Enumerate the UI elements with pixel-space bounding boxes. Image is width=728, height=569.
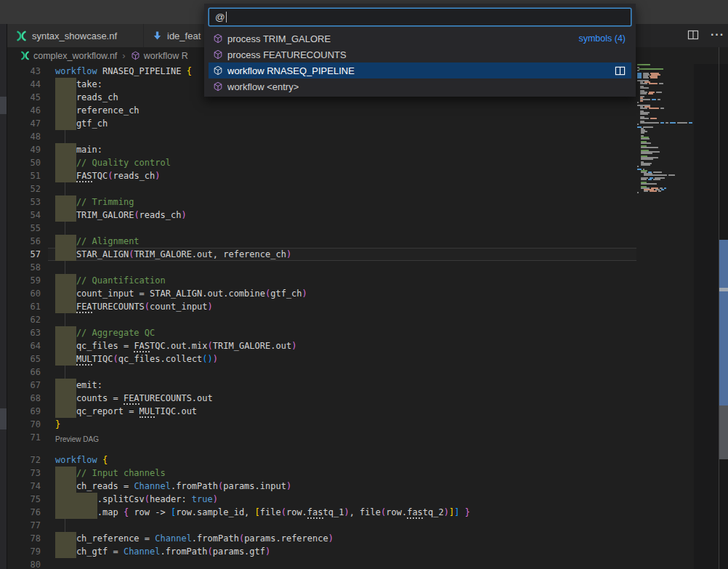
code-line[interactable]: 66 [7,366,636,379]
open-to-side-icon[interactable] [615,65,626,76]
line-number[interactable]: 50 [7,156,41,169]
line-number[interactable]: 71 [7,431,41,444]
code-line[interactable]: 69 qc_report = MULTIQC.out [7,405,636,418]
code-line[interactable]: 46 reference_ch [7,104,636,117]
line-number[interactable]: 62 [7,313,41,326]
breadcrumb-file[interactable]: complex_workflow.nf [33,51,117,61]
line-number[interactable]: 73 [7,467,41,480]
code-line[interactable]: 51 FASTQC(reads_ch) [7,169,636,182]
code-line[interactable]: 76 .map { row -> [row.sample_id, [file(r… [7,506,636,519]
code-editor[interactable]: 43workflow RNASEQ_PIPELINE {44 take:45 r… [7,64,636,569]
code-line[interactable]: 77 [7,519,636,532]
code-line[interactable]: 52 [7,182,636,195]
code-line[interactable]: 73 // Input channels [7,467,636,480]
code-text: // Quality control [55,156,171,169]
line-number[interactable]: 68 [7,392,41,405]
line-number[interactable]: 80 [7,558,41,569]
line-number[interactable]: 57 [7,248,41,261]
line-number[interactable]: 58 [7,261,41,274]
line-number[interactable]: 67 [7,379,41,392]
line-number[interactable]: 63 [7,326,41,339]
minimap-line [641,179,662,180]
code-line[interactable]: 70} [7,418,636,431]
line-number[interactable]: 51 [7,169,41,182]
tab-syntax-showcase[interactable]: syntax_showcase.nf [7,24,143,47]
quickpick-item[interactable]: workflow <entry> [209,78,631,94]
quickpick-item[interactable]: workflow RNASEQ_PIPELINE [209,62,631,78]
line-number[interactable]: 45 [7,91,41,104]
code-line[interactable]: 55 [7,222,636,235]
quickpick-item[interactable]: process FEATURECOUNTS [209,47,631,62]
code-line[interactable]: 56 // Alignment [7,235,636,248]
left-rail: ···· [0,24,7,569]
line-number[interactable]: 64 [7,339,41,352]
code-line[interactable]: 60 count_input = STAR_ALIGN.out.combine(… [7,287,636,300]
scrollbar-slider[interactable] [719,405,728,459]
code-line[interactable]: 67 emit: [7,379,636,392]
more-actions-icon[interactable]: ··· [711,29,724,41]
code-line[interactable]: 48 [7,130,636,143]
line-number[interactable]: 52 [7,182,41,195]
minimap-line [637,124,640,125]
minimap-line [637,77,659,78]
line-number[interactable]: 60 [7,287,41,300]
code-line[interactable]: 57 STAR_ALIGN(TRIM_GALORE.out, reference… [7,248,636,261]
code-line[interactable]: 61 FEATURECOUNTS(count_input) [7,300,636,313]
line-number[interactable]: 69 [7,405,41,418]
quickpick-item[interactable]: process TRIM_GALORE symbols (4) [209,31,631,47]
line-number[interactable]: 70 [7,418,41,431]
code-line[interactable]: 47 gtf_ch [7,117,636,130]
overview-range-decoration[interactable] [719,240,728,405]
code-line[interactable]: 71 [7,431,636,444]
quickpick-list: process TRIM_GALORE symbols (4) process … [209,31,631,94]
code-text: .map { row -> [row.sample_id, [file(row.… [55,506,470,519]
line-number[interactable]: 77 [7,519,41,532]
line-number[interactable]: 55 [7,222,41,235]
code-line[interactable]: 49 main: [7,143,636,156]
line-number[interactable]: 54 [7,209,41,222]
code-line[interactable]: 50 // Quality control [7,156,636,169]
minimap[interactable] [636,64,694,569]
code-line[interactable]: 53 // Trimming [7,195,636,209]
code-line[interactable]: 79 ch_gtf = Channel.fromPath(params.gtf) [7,545,636,558]
line-number[interactable]: 53 [7,195,41,209]
line-number[interactable]: 76 [7,506,41,519]
line-number[interactable]: 66 [7,366,41,379]
line-number[interactable]: 78 [7,532,41,545]
line-number[interactable]: 61 [7,300,41,313]
line-number[interactable]: 65 [7,352,41,366]
line-number[interactable]: 72 [7,453,41,467]
line-number[interactable]: 49 [7,143,41,156]
code-line[interactable]: 65 MULTIQC(qc_files.collect()) [7,352,636,366]
line-number[interactable]: 48 [7,130,41,143]
quickpick-input[interactable]: @ [209,8,631,26]
line-number[interactable]: 79 [7,545,41,558]
line-number[interactable]: 46 [7,104,41,117]
breadcrumb-symbol[interactable]: workflow R [144,51,188,61]
minimap-line [641,142,652,144]
line-number[interactable]: 75 [7,493,41,506]
code-line[interactable]: 54 TRIM_GALORE(reads_ch) [7,209,636,222]
line-number[interactable]: 56 [7,235,41,248]
code-line[interactable]: 59 // Quantification [7,274,636,287]
code-line[interactable]: 75 .splitCsv(header: true) [7,493,636,506]
minimap-line [639,68,665,70]
code-line[interactable]: 63 // Aggregate QC [7,326,636,339]
line-number[interactable]: 59 [7,274,41,287]
code-line[interactable]: 58 [7,261,636,274]
tab-label: syntax_showcase.nf [32,31,117,41]
code-line[interactable]: 74 ch_reads = Channel.fromPath(params.in… [7,480,636,493]
codelens-preview-dag[interactable]: Preview DAG [55,435,99,444]
code-line[interactable]: 72workflow { [7,453,636,467]
line-number[interactable]: 47 [7,117,41,130]
code-line[interactable]: 80 [7,558,636,569]
split-editor-icon[interactable] [687,29,699,41]
line-number[interactable]: 74 [7,480,41,493]
code-line[interactable]: 64 qc_files = FASTQC.out.mix(TRIM_GALORE… [7,339,636,352]
nextflow-icon [20,51,30,60]
code-line[interactable]: 68 counts = FEATURECOUNTS.out [7,392,636,405]
line-number[interactable]: 43 [7,65,41,78]
code-line[interactable]: 78 ch_reference = Channel.fromPath(param… [7,532,636,545]
code-line[interactable]: 62 [7,313,636,326]
line-number[interactable]: 44 [7,78,41,91]
